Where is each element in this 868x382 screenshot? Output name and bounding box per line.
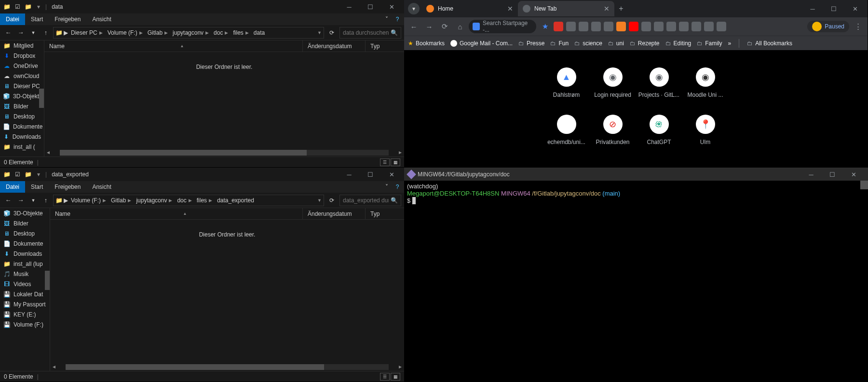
ribbon-tab[interactable]: Freigeben (49, 181, 86, 193)
breadcrumb-item[interactable]: files▶ (231, 29, 250, 36)
col-date[interactable]: Änderungsdatum (303, 40, 366, 52)
breadcrumb-item[interactable]: Gitlab▶ (109, 197, 133, 204)
nav-tree-item[interactable]: 📁inst_all (lup (0, 259, 50, 269)
maximize-button[interactable]: ☐ (360, 167, 381, 182)
view-icons-icon[interactable]: ▦ (391, 158, 400, 166)
maximize-button[interactable]: ☐ (823, 1, 844, 16)
bookmark-folder[interactable]: 🗀Family (697, 40, 722, 47)
forward-button[interactable]: → (15, 27, 26, 38)
view-icons-icon[interactable]: ▦ (391, 373, 400, 381)
nav-tree-item[interactable]: 💾Volume (F:) (0, 319, 50, 329)
ribbon-tab[interactable]: Freigeben (49, 13, 86, 25)
extension-icon[interactable] (554, 22, 563, 31)
qat-dropdown[interactable]: ▾ (34, 2, 43, 12)
ntp-tile[interactable]: ◉Login required (590, 65, 636, 112)
reload-button[interactable]: ⟳ (438, 20, 451, 33)
col-name[interactable]: Name▲ (50, 208, 303, 219)
bookmark-item[interactable]: Google Mail - Com... (450, 40, 513, 47)
chevron-down-icon[interactable]: ▼ (317, 198, 322, 203)
qat-newfolder-icon[interactable]: 📁 (23, 170, 33, 179)
extension-icon[interactable] (679, 22, 689, 31)
up-button[interactable]: ↑ (41, 27, 51, 38)
bookmark-folder[interactable]: 🗀Editing (665, 40, 692, 47)
breadcrumb-item[interactable]: Volume (F:)▶ (69, 197, 108, 204)
new-tab-button[interactable]: + (614, 4, 628, 13)
breadcrumb[interactable]: 📁 ▶ Volume (F:)▶Gitlab▶jupytagconv▶doc▶f… (53, 195, 324, 206)
navigation-pane[interactable]: 🧊3D-Objekte🖼Bilder🖥Desktop📄Dokumente⬇Dow… (0, 208, 50, 371)
nav-tree-item[interactable]: 📄Dokumente (0, 238, 50, 249)
breadcrumb-item[interactable]: jupytagconv▶ (134, 197, 174, 204)
col-type[interactable]: Typ (366, 40, 404, 52)
forward-button[interactable]: → (15, 195, 26, 206)
nav-tree-item[interactable]: 🖼Bilder (0, 218, 50, 228)
up-button[interactable]: ↑ (41, 195, 51, 206)
minimize-button[interactable]: ─ (339, 167, 360, 182)
nav-tree-item[interactable]: 🖥Desktop (0, 228, 50, 238)
search-input[interactable] (343, 29, 389, 36)
nav-tree-item[interactable]: 📄Dokumente (0, 121, 44, 132)
close-button[interactable]: ✕ (843, 167, 864, 182)
minimize-button[interactable]: ─ (339, 0, 360, 14)
ribbon-tab[interactable]: Start (25, 181, 49, 193)
col-type[interactable]: Typ (366, 208, 404, 219)
qat-dropdown[interactable]: ▾ (34, 170, 43, 179)
all-bookmarks[interactable]: 🗀All Bookmarks (747, 40, 792, 47)
qat-newfolder-icon[interactable]: 📁 (23, 2, 33, 12)
back-button[interactable]: ← (407, 20, 420, 33)
close-icon[interactable]: ✕ (507, 5, 513, 13)
extension-icon[interactable] (692, 22, 701, 31)
scrollbar-thumb[interactable] (45, 271, 50, 290)
breadcrumb-item[interactable]: files▶ (195, 197, 214, 204)
breadcrumb-item[interactable]: doc▶ (212, 29, 230, 36)
home-button[interactable]: ⌂ (453, 20, 467, 33)
scrollbar-thumb[interactable] (860, 181, 868, 189)
col-date[interactable]: Änderungsdatum (303, 208, 366, 219)
nav-tree-item[interactable]: 🧊3D-Objekte (0, 208, 50, 218)
nav-tree-item[interactable]: 📁Mitglied (0, 40, 44, 51)
back-button[interactable]: ← (3, 27, 14, 38)
tab-new[interactable]: New Tab ✕ (518, 1, 614, 16)
extension-icon[interactable] (654, 22, 664, 31)
breadcrumb-item[interactable]: jupytagconv▶ (171, 29, 211, 36)
bookmark-folder[interactable]: 🗀uni (608, 40, 624, 47)
nav-tree-item[interactable]: ☁OneDrive (0, 61, 44, 71)
menu-button[interactable]: ⋮ (851, 20, 865, 33)
view-details-icon[interactable]: ☰ (380, 373, 390, 381)
recent-dropdown[interactable]: ▼ (28, 27, 39, 38)
ntp-tile[interactable]: ⊘Privatkunden (590, 112, 636, 159)
ribbon-file[interactable]: Datei (0, 181, 25, 193)
breadcrumb-item[interactable]: data_exported (215, 197, 256, 204)
bookmark-folder[interactable]: 🗀science (574, 40, 602, 47)
bookmark-item[interactable]: ★Bookmarks (408, 40, 445, 47)
nav-tree-item[interactable]: 💾KEY (E:) (0, 309, 50, 319)
extension-icon[interactable] (704, 22, 714, 31)
search-input[interactable] (343, 197, 389, 204)
search-box[interactable]: 🔍 (339, 195, 401, 206)
tab-home[interactable]: Home ✕ (421, 1, 518, 16)
forward-button[interactable]: → (422, 20, 436, 33)
extension-icon[interactable] (566, 22, 576, 31)
breadcrumb-item[interactable]: doc▶ (175, 197, 193, 204)
ribbon-tab[interactable]: Start (25, 13, 49, 25)
navigation-pane[interactable]: 📁Mitglied⬇Dropbox☁OneDrive☁ownCloud🖥Dies… (0, 40, 44, 157)
nav-tree-item[interactable]: ⬇Dropbox (0, 51, 44, 61)
extension-icon[interactable] (579, 22, 588, 31)
extension-icon[interactable] (616, 22, 626, 31)
nav-tree-item[interactable]: 🖥Dieser PC (0, 81, 44, 91)
back-button[interactable]: ← (3, 195, 14, 206)
qat-properties-icon[interactable]: ☑ (13, 170, 22, 179)
close-button[interactable]: ✕ (381, 167, 402, 182)
ribbon-tab[interactable]: Ansicht (86, 181, 117, 193)
nav-tree-item[interactable]: 🧊3D-Objekte (0, 91, 44, 101)
refresh-button[interactable]: ⟳ (326, 195, 338, 206)
chevron-down-icon[interactable]: ▼ (317, 30, 322, 35)
maximize-button[interactable]: ☐ (360, 0, 381, 14)
breadcrumb-item[interactable]: Volume (F:)▶ (106, 29, 145, 36)
nav-tree-item[interactable]: 💾Lokaler Dat (0, 289, 50, 299)
star-button[interactable]: ★ (538, 20, 552, 33)
view-details-icon[interactable]: ☰ (380, 158, 390, 166)
ntp-tile[interactable]: ◉Projects · GitL... (636, 65, 682, 112)
extension-icon[interactable] (641, 22, 651, 31)
extension-icon[interactable] (591, 22, 601, 31)
breadcrumb[interactable]: 📁 ▶ Dieser PC▶Volume (F:)▶Gitlab▶jupytag… (53, 27, 324, 39)
